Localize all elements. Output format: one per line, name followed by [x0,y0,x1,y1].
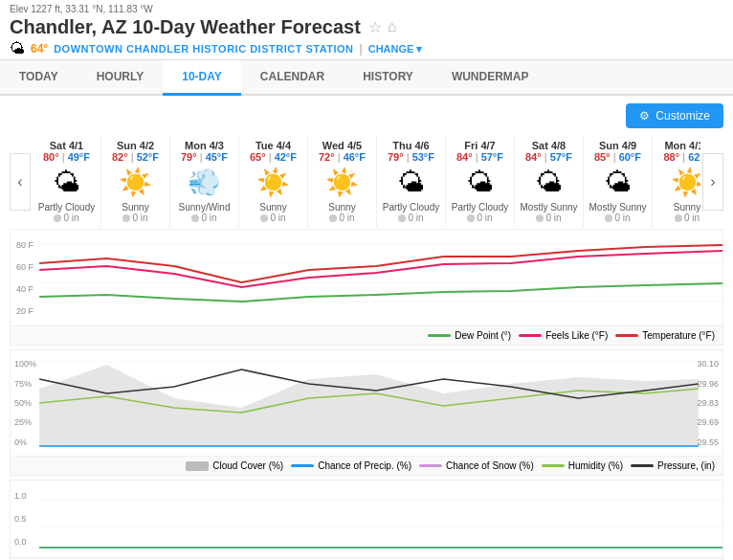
day-icon: ☀️ [103,167,167,198]
scroll-right-button[interactable]: › [702,153,723,211]
humidity-line [542,464,565,467]
day-temps: 65° | 42°F [241,151,305,163]
precip-dot [675,214,682,222]
tab-calendar[interactable]: CALENDAR [241,60,344,96]
day-temps: 88° | 62°F [655,151,700,163]
precip-dot [54,214,61,222]
legend-dew-point: Dew Point (°) [428,330,511,341]
day-desc: Sunny [310,202,374,213]
day-label: Sat 4/8 [517,140,581,151]
day-icon: ☀️ [241,167,305,198]
precip-dot [191,214,199,222]
precip-y-1: 1.0 [14,491,27,501]
day-col-6[interactable]: Fri 4/7 84° | 57°F 🌤 Partly Cloudy 0 in [446,136,515,227]
day-label: Sat 4/1 [34,140,99,151]
day-icon: 🌤 [586,167,650,198]
day-col-9[interactable]: Mon 4/10 88° | 62°F ☀️ Sunny 0 in [653,136,700,227]
y-label-40: 40 F [16,284,33,294]
home-icon[interactable]: ⌂ [388,18,397,36]
y-label-75pct: 75% [14,379,36,389]
day-low: 57°F [550,151,572,163]
humidity-label: Humidity (%) [568,460,623,471]
y-label-0pct: 0% [14,437,36,447]
precip-dot [260,214,268,222]
day-low: 62°F [688,151,700,163]
day-precip: 0 in [448,213,512,223]
day-temps: 85° | 60°F [586,151,650,163]
temperature-line [615,334,638,337]
pressure-label-2: 29.96 [697,379,719,389]
tab-today[interactable]: TODAY [0,60,78,96]
customize-button[interactable]: ⚙ Customize [626,103,723,128]
star-icon[interactable]: ☆ [368,18,382,36]
y-label-20: 20 F [16,306,33,316]
day-high: 65° [250,151,266,163]
day-temps: 80° | 49°F [34,151,99,163]
change-link[interactable]: CHANGE ▾ [368,43,423,56]
tab-history[interactable]: HISTORY [344,60,433,96]
legend-pressure: Pressure, (in) [631,460,715,471]
day-icon: ☀️ [655,167,700,198]
svg-marker-9 [39,365,699,446]
feels-like-label: Feels Like (°F) [545,330,608,341]
day-high: 82° [112,151,128,163]
precip-dot [605,214,612,222]
pressure-label: Pressure, (in) [657,460,715,471]
tab-hourly[interactable]: HOURLY [78,60,164,96]
pressure-label-4: 29.69 [697,417,719,427]
day-desc: Partly Cloudy [34,202,99,213]
day-col-1[interactable]: Sun 4/2 82° | 52°F ☀️ Sunny 0 in [101,136,170,227]
y-label-25pct: 25% [14,417,36,427]
gear-icon: ⚙ [639,109,650,123]
day-desc: Mostly Sunny [586,202,650,213]
day-temps: 84° | 57°F [517,151,581,163]
temp-y-labels: 80 F 60 F 40 F 20 F [11,230,39,325]
day-desc: Sunny [241,202,305,213]
cloud-cover-label: Cloud Cover (%) [212,460,283,471]
page-title: Chandler, AZ 10-Day Weather Forecast [10,16,361,38]
day-precip: 0 in [34,213,99,223]
title-icons: ☆ ⌂ [368,18,397,36]
day-label: Fri 4/7 [448,140,512,151]
day-icon: 💨 [172,167,236,198]
day-desc: Sunny/Wind [172,202,236,213]
scroll-left-button[interactable]: ‹ [10,153,31,211]
feels-like-line [519,334,542,337]
pressure-label-5: 29.55 [697,437,719,447]
precip-dot [329,214,337,222]
day-high: 72° [319,151,335,163]
day-temps: 82° | 52°F [103,151,167,163]
day-col-5[interactable]: Thu 4/6 79° | 53°F 🌤 Partly Cloudy 0 in [377,136,446,227]
legend-humidity: Humidity (%) [542,460,623,471]
pressure-line [631,464,654,467]
day-col-3[interactable]: Tue 4/4 65° | 42°F ☀️ Sunny 0 in [239,136,308,227]
humidity-chart-legend: Cloud Cover (%) Chance of Precip. (%) Ch… [11,456,722,475]
day-col-4[interactable]: Wed 4/5 72° | 46°F ☀️ Sunny 0 in [308,136,377,227]
forecast-scroll: ‹ Sat 4/1 80° | 49°F 🌤 Partly Cloudy 0 i… [10,136,723,227]
day-desc: Partly Cloudy [448,202,512,213]
day-label: Wed 4/5 [310,140,374,151]
day-col-0[interactable]: Sat 4/1 80° | 49°F 🌤 Partly Cloudy 0 in [33,136,101,227]
humidity-chart-section: 100% 75% 50% 25% 0% 30.10 29.96 29.83 29… [10,349,723,476]
separator: | [360,42,363,56]
tab-10day[interactable]: 10-DAY [163,60,241,96]
day-col-2[interactable]: Mon 4/3 79° | 45°F 💨 Sunny/Wind 0 in [170,136,239,227]
customize-row: ⚙ Customize [10,103,723,128]
tab-wundermap[interactable]: WUNDERMAP [433,60,548,96]
temp-chart-svg [11,230,722,325]
day-low: 60°F [619,151,641,163]
day-temps: 79° | 45°F [172,151,236,163]
day-col-8[interactable]: Sun 4/9 85° | 60°F 🌤 Mostly Sunny 0 in [584,136,653,227]
day-col-7[interactable]: Sat 4/8 84° | 57°F 🌤 Mostly Sunny 0 in [515,136,584,227]
day-high: 84° [456,151,473,163]
pressure-label-1: 30.10 [697,359,719,369]
day-low: 53°F [412,151,434,163]
y-label-60: 60 F [16,262,33,272]
day-precip: 0 in [517,213,581,223]
day-temps: 84° | 57°F [448,151,512,163]
elevation-info: Elev 1227 ft, 33.31 °N, 111.83 °W [10,4,723,14]
day-precip: 0 in [655,213,700,223]
legend-precip-chance: Chance of Precip. (%) [291,460,411,471]
day-low: 49°F [68,151,90,163]
day-label: Tue 4/4 [241,140,305,151]
